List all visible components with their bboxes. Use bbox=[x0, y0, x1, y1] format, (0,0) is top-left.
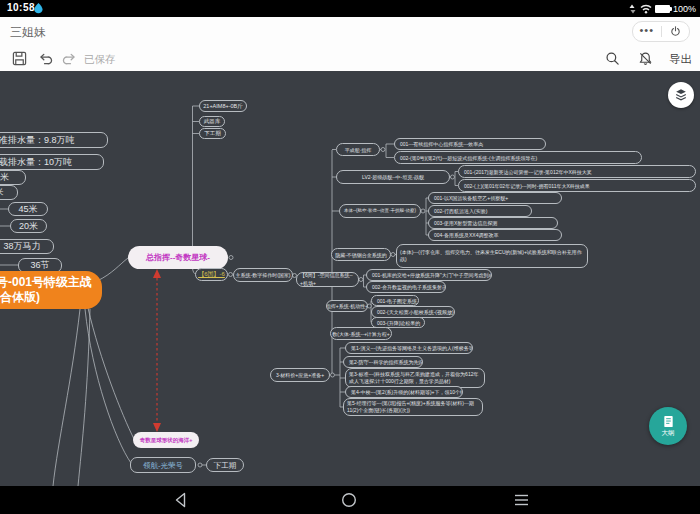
status-bar: 10:58 100% bbox=[0, 0, 700, 17]
mindmap-node-glory[interactable]: 领航-光荣号 bbox=[130, 457, 196, 473]
mindmap-node-g7[interactable]: 数(大体-系统--+计算方程+ bbox=[330, 327, 392, 340]
export-button[interactable]: 导出 bbox=[669, 52, 692, 67]
close-app-button[interactable] bbox=[662, 22, 690, 41]
mindmap-node-g3p[interactable]: 本体--(航空·装弹--侦查·干扰舰·侦察) bbox=[339, 204, 421, 218]
back-icon[interactable] bbox=[173, 492, 189, 508]
mindmap-node-root[interactable]: 号-001号特级主战 (合体版) bbox=[0, 271, 102, 309]
mindmap-node-g8c1[interactable]: 第1-演义---(先进指务等网络及主义各选项的人(维极务等指示) bbox=[345, 342, 473, 354]
saved-status: 已保存 bbox=[84, 53, 116, 67]
mindmap-node-g8c3[interactable]: 第3-标准---(科技双系统与科乙采购建造成，开着你为612年成人飞速探;计十0… bbox=[345, 368, 485, 388]
mindmap-node-spec-5[interactable]: 45米 bbox=[8, 202, 48, 216]
bell-off-icon[interactable] bbox=[638, 51, 653, 66]
redo-icon[interactable] bbox=[62, 51, 77, 66]
mindmap-node-g4p[interactable]: 隐藏-不锈钢合金系统的 bbox=[331, 248, 391, 261]
layers-icon bbox=[674, 88, 688, 102]
mindmap-node-commander[interactable]: 总指挥--奇数星球- bbox=[128, 246, 228, 269]
mindmap-node-g2p[interactable]: LV2-超级战舰--中-坦克·战舰 bbox=[336, 170, 450, 184]
mindmap-node-top-1[interactable]: 21+AIM8+-0B斤 bbox=[199, 100, 247, 112]
mindmap-node-g2c1[interactable]: 001-(2017)渐新英达公司荣誉---记录-第012年中X科技大奖 bbox=[458, 165, 696, 178]
mindmap-node-g3c1[interactable]: 001-以X国运装备航空乙+侦察舰+ bbox=[428, 192, 562, 204]
mindmap-node-planet[interactable]: 奇数星球形状的海洋+ bbox=[133, 432, 199, 448]
battery-percent: 100% bbox=[673, 4, 696, 14]
mindmap-node-top-3[interactable]: 下工期 bbox=[199, 128, 226, 139]
mindmap-node-g6p[interactable]: 指挥+系统·机动性+ bbox=[326, 300, 368, 312]
clock: 10:58 bbox=[7, 2, 35, 13]
layers-button[interactable] bbox=[668, 82, 694, 108]
outline-button[interactable]: 大纲 bbox=[649, 407, 687, 445]
mindmap-node-spec-6[interactable]: 20米 bbox=[10, 219, 47, 233]
mindmap-node-chain-2[interactable]: 主系统-数字操作时(国家) bbox=[233, 268, 293, 282]
mindmap-node-g1p[interactable]: 平成船·指挥 bbox=[336, 143, 380, 156]
mindmap-node-spec-2[interactable]: 满载排水量：10万吨 bbox=[0, 154, 104, 170]
mindmap-node-chain-3[interactable]: 【6周】-空间信息系统--+机场+ bbox=[296, 272, 359, 287]
outline-label: 大纲 bbox=[662, 429, 675, 438]
data-transfer-icon bbox=[628, 4, 637, 14]
mindmap-node-g3c2[interactable]: 002-行西航运送入(实验) bbox=[428, 205, 532, 217]
document-icon bbox=[662, 415, 675, 428]
wifi-icon bbox=[640, 4, 652, 14]
power-icon bbox=[670, 26, 681, 37]
mindmap-node-g2c2[interactable]: 002-(上)(第01年02年记录)---同时-拥有011年大X科技成果 bbox=[458, 179, 696, 192]
mindmap-node-g1c2[interactable]: 002-(第0号)(第2代)---超短波式指挥系统-(主调指挥系统领导在) bbox=[394, 151, 642, 164]
title-bar: 三姐妹 ••• bbox=[0, 17, 700, 46]
home-icon[interactable] bbox=[341, 492, 357, 508]
mindmap-node-g4c1[interactable]: (本体)---(行李仓库、指挥交电力、往来发生ECU的(新城)+试验系统和联合补… bbox=[396, 244, 588, 268]
more-button[interactable]: ••• bbox=[633, 22, 661, 41]
undo-icon[interactable] bbox=[38, 51, 53, 66]
mindmap-node-spec-4[interactable]: 78米 bbox=[0, 185, 18, 200]
mindmap-node-top-2[interactable]: 武器库 bbox=[199, 116, 225, 127]
toolbar: 已保存 导出 bbox=[0, 46, 700, 72]
mindmap-node-spec-1[interactable]: 标准排水量：9.8万吨 bbox=[0, 132, 108, 148]
battery-icon bbox=[655, 5, 670, 13]
mindmap-nodes: 标准排水量：9.8万吨满载排水量：10万吨333米78米45米20米38万马力3… bbox=[0, 71, 700, 486]
mindmap-node-g8c2[interactable]: 第2-防守---科学的指挥系统为先设计 bbox=[343, 356, 423, 368]
mindmap-node-g3c3[interactable]: 003-使用X射型雷达信息探测 bbox=[428, 217, 558, 229]
mindmap-canvas[interactable]: 标准排水量：9.8万吨满载排水量：10万吨333米78米45米20米38万马力3… bbox=[0, 71, 700, 486]
mindmap-node-link-6[interactable]: 【6国】-6 bbox=[195, 268, 228, 281]
mindmap-node-next[interactable]: 下工期 bbox=[206, 458, 244, 472]
android-nav-bar bbox=[0, 486, 700, 514]
recents-icon[interactable] bbox=[513, 492, 530, 508]
mindmap-node-g8c5[interactable]: 第5-经理行等---(第(现)报告+(精度)+系统服务等(材料)一期11(2)个… bbox=[343, 398, 483, 416]
mindmap-node-g6c1[interactable]: 001-电子圈定系统 bbox=[371, 295, 419, 306]
mindmap-node-g5c1[interactable]: 001-机库的交给+停放系统升降"大门"中子空间考虑到成军山气风 bbox=[366, 269, 492, 281]
document-title: 三姐妹 bbox=[10, 24, 46, 41]
notification-drop-icon bbox=[34, 3, 43, 14]
mindmap-node-spec-3[interactable]: 333米 bbox=[0, 170, 26, 185]
save-icon[interactable] bbox=[12, 51, 27, 66]
search-icon[interactable] bbox=[605, 51, 620, 66]
mindmap-node-g8p[interactable]: 3-材料价+应急+准备+ bbox=[270, 368, 330, 382]
mindmap-node-g8c4[interactable]: 第4-中校---(第2(系)升级的(材料期等)+下，领10个级及第一列) bbox=[345, 386, 463, 398]
mindmap-node-g5c2[interactable]: 002-会升数监视的电子系统集射击比例 bbox=[366, 281, 446, 293]
window-controls: ••• bbox=[632, 21, 690, 42]
mindmap-node-spec-7[interactable]: 38万马力 bbox=[0, 239, 54, 254]
mindmap-node-g1c1[interactable]: 001---有线指挥中心指挥系统---效率高 bbox=[394, 138, 546, 150]
mindmap-node-g3c4[interactable]: 004-备用系统及XX4调整改革 bbox=[428, 229, 562, 241]
